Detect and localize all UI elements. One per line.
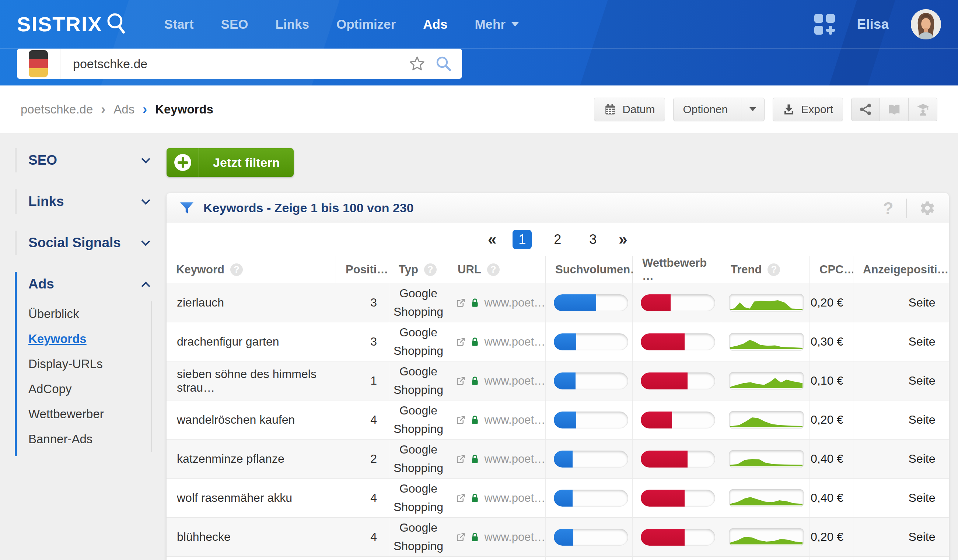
user-name[interactable]: Elisa [857, 17, 889, 32]
column-header-typ[interactable]: Typ? [389, 256, 448, 283]
trend-sparkline [729, 489, 804, 507]
nav-item-label: SEO [221, 17, 248, 32]
cell-empty [546, 557, 633, 560]
cell-url[interactable]: www.poet… [448, 439, 546, 479]
sidebar-section-header-seo[interactable]: SEO [29, 152, 152, 168]
cell-anzeigeposition: Seite [853, 283, 949, 322]
cell-url[interactable]: www.poet… [448, 518, 546, 557]
help-icon[interactable]: ? [230, 263, 243, 276]
search-icon[interactable] [435, 55, 452, 73]
cell-empty [810, 557, 853, 560]
optionen-dropdown-toggle[interactable] [741, 98, 764, 121]
cell-position: 4 [336, 518, 389, 557]
suchvolumen-bar [554, 411, 628, 428]
domain-search-box[interactable]: poetschke.de [17, 49, 462, 79]
pagination-next[interactable]: » [619, 232, 627, 247]
help-icon[interactable]: ? [487, 263, 500, 276]
tutorial-button[interactable] [909, 98, 937, 121]
share-button[interactable] [851, 98, 880, 121]
avatar-image [911, 9, 941, 40]
column-header-anzeigepositi[interactable]: Anzeigepositi… [853, 256, 949, 283]
pagination-prev[interactable]: « [488, 232, 496, 247]
gear-icon[interactable] [919, 200, 936, 216]
table-row: drachenfigur garten3Google Shoppingwww.p… [167, 322, 949, 362]
cell-url[interactable]: www.poet… [448, 283, 546, 322]
suchvolumen-bar [554, 373, 628, 389]
sidebar-item-adcopy[interactable]: AdCopy [29, 376, 144, 401]
trend-sparkline [729, 333, 804, 351]
nav-item-label: Optimizer [336, 17, 396, 32]
cell-url[interactable]: www.poet… [448, 362, 546, 400]
panel-title: Keywords - Zeige 1 bis 100 von 230 [203, 201, 414, 215]
column-header-trend[interactable]: Trend? [721, 256, 810, 283]
sidebar-item-wettbewerber[interactable]: Wettbewerber [29, 401, 144, 427]
nav-item-label: Start [164, 17, 194, 32]
sidebar-item-banner-ads[interactable]: Banner-Ads [29, 427, 144, 452]
column-header-url[interactable]: URL? [448, 256, 546, 283]
nav-item-mehr[interactable]: Mehr [474, 17, 519, 32]
nav-item-ads[interactable]: Ads [423, 17, 447, 32]
handbook-button[interactable] [880, 98, 909, 121]
sidebar-item-berblick[interactable]: Überblick [29, 301, 144, 327]
apps-grid-icon[interactable] [814, 14, 835, 35]
datum-button[interactable]: Datum [594, 98, 665, 121]
nav-item-start[interactable]: Start [164, 17, 194, 32]
help-icon[interactable]: ? [883, 198, 893, 218]
help-icon[interactable]: ? [424, 263, 437, 276]
sistrix-logo[interactable]: SISTRIX [17, 12, 129, 36]
cell-suchvolumen [546, 439, 633, 479]
apps-grid-square [814, 26, 823, 35]
table-body: zierlauch3Google Shoppingwww.poet…0,20 €… [167, 283, 949, 560]
column-header-wettbewerb[interactable]: Wettbewerb … [633, 256, 721, 283]
sidebar-item-keywords[interactable]: Keywords [29, 327, 144, 352]
help-icon[interactable]: ? [768, 263, 780, 276]
cell-typ: Google Shopping [389, 283, 448, 322]
wettbewerb-bar-fill [641, 294, 671, 311]
wettbewerb-bar-fill [641, 451, 688, 468]
breadcrumb-domain[interactable]: poetschke.de [21, 102, 93, 116]
sidebar-section-header-ads[interactable]: Ads [29, 276, 152, 292]
column-header-keyword[interactable]: Keyword? [167, 256, 336, 283]
cell-url[interactable]: www.poet… [448, 400, 546, 439]
favorite-star-icon[interactable] [409, 56, 425, 72]
sidebar-section-header-links[interactable]: Links [29, 194, 152, 209]
country-selector[interactable] [17, 49, 60, 79]
pagination-page-3[interactable]: 3 [583, 230, 603, 249]
cell-empty [853, 557, 949, 560]
url-text: www.poet… [485, 492, 545, 505]
sidebar: SEOLinksSocial SignalsAdsÜberblickKeywor… [0, 148, 167, 473]
suchvolumen-bar [554, 451, 628, 468]
toolbar: Datum Optionen Export [594, 98, 937, 121]
avatar[interactable] [911, 9, 941, 40]
cell-wettbewerb [633, 283, 721, 322]
search-icons [409, 55, 462, 73]
trend-sparkline [729, 294, 804, 312]
search-input[interactable]: poetschke.de [60, 57, 409, 71]
filter-button[interactable]: Jetzt filtern [167, 148, 293, 177]
breadcrumb-ads[interactable]: Ads [114, 102, 135, 116]
nav-item-optimizer[interactable]: Optimizer [336, 17, 396, 32]
chevron-down-icon [511, 22, 519, 27]
cell-keyword: drachenfigur garten [167, 322, 336, 362]
column-header-positi[interactable]: Positi… [336, 256, 389, 283]
column-header-cpc[interactable]: CPC… [810, 256, 853, 283]
export-button[interactable]: Export [772, 98, 843, 121]
sidebar-section-seo: SEO [15, 148, 152, 173]
pagination-page-2[interactable]: 2 [548, 230, 567, 249]
sidebar-section-header-social-signals[interactable]: Social Signals [29, 235, 152, 251]
cell-suchvolumen [546, 518, 633, 557]
nav-item-links[interactable]: Links [276, 17, 309, 32]
column-header-suchvolumen[interactable]: Suchvolumen… [546, 256, 633, 283]
cell-url[interactable]: www.poet… [448, 479, 546, 518]
optionen-button[interactable]: Optionen [673, 98, 765, 121]
table-row: blühhecke4Google Shoppingwww.poet…0,20 €… [167, 518, 949, 557]
panel-header: Keywords - Zeige 1 bis 100 von 230 ? [167, 193, 949, 223]
cell-anzeigeposition: Seite [853, 400, 949, 439]
cell-suchvolumen [546, 283, 633, 322]
keywords-panel: Keywords - Zeige 1 bis 100 von 230 ? «12… [167, 193, 949, 560]
pagination-page-1[interactable]: 1 [512, 230, 532, 249]
nav-item-seo[interactable]: SEO [221, 17, 248, 32]
sidebar-item-display-urls[interactable]: Display-URLs [29, 352, 144, 376]
cell-url[interactable]: www.poet… [448, 322, 546, 362]
sidebar-section-label: Social Signals [29, 235, 121, 251]
